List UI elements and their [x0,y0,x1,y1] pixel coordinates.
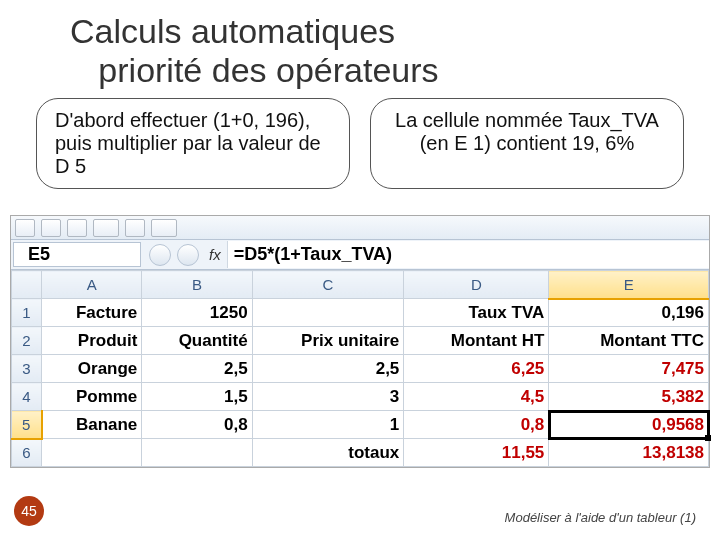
cell[interactable]: Prix unitaire [252,327,404,355]
col-header[interactable]: B [142,271,252,299]
toolbar-button[interactable] [151,219,177,237]
toolbar-button[interactable] [15,219,35,237]
cell[interactable]: 7,475 [549,355,709,383]
excel-toolbar [11,216,709,240]
formula-input[interactable]: =D5*(1+Taux_TVA) [227,241,709,268]
title-line-2: priorité des opérateurs [98,51,438,89]
cell[interactable]: 5,382 [549,383,709,411]
cell[interactable] [142,439,252,467]
cell[interactable]: 13,8138 [549,439,709,467]
cell[interactable]: 4,5 [404,383,549,411]
row-header[interactable]: 4 [12,383,42,411]
cell[interactable]: 0,8 [142,411,252,439]
cell[interactable]: Produit [42,327,142,355]
cell[interactable]: 1,5 [142,383,252,411]
col-header[interactable]: D [404,271,549,299]
cell[interactable] [42,439,142,467]
cell[interactable]: 11,55 [404,439,549,467]
row-header[interactable]: 6 [12,439,42,467]
cell[interactable]: Montant HT [404,327,549,355]
cell[interactable]: Taux TVA [404,299,549,327]
toolbar-button[interactable] [125,219,145,237]
excel-screenshot: E5 fx =D5*(1+Taux_TVA) A B C D E 1Factur… [10,215,710,468]
title-line-1: Calculs automatiques [70,12,395,50]
cell[interactable]: Facture [42,299,142,327]
callout-right-text: La cellule nommée Taux_TVA (en E 1) cont… [395,109,659,154]
cell[interactable]: 1 [252,411,404,439]
toolbar-button[interactable] [67,219,87,237]
col-header[interactable]: E [549,271,709,299]
toolbar-button[interactable] [93,219,119,237]
slide-title: Calculs automatiques priorité des opérat… [0,0,720,90]
cell[interactable]: Montant TTC [549,327,709,355]
cell[interactable]: Pomme [42,383,142,411]
cell[interactable]: 0,9568 [549,411,709,439]
select-all-corner[interactable] [12,271,42,299]
cell[interactable] [252,299,404,327]
callout-left-text: D'abord effectuer (1+0, 196), puis multi… [55,109,321,177]
slide-number-badge: 45 [14,496,44,526]
fx-icon[interactable]: fx [209,246,221,263]
cell[interactable]: Orange [42,355,142,383]
col-header[interactable]: A [42,271,142,299]
row-header[interactable]: 3 [12,355,42,383]
formula-bar: E5 fx =D5*(1+Taux_TVA) [11,240,709,270]
cell[interactable]: 6,25 [404,355,549,383]
cancel-icon[interactable] [149,244,171,266]
enter-icon[interactable] [177,244,199,266]
toolbar-button[interactable] [41,219,61,237]
cell[interactable]: 0,196 [549,299,709,327]
cell[interactable]: 3 [252,383,404,411]
name-box[interactable]: E5 [13,242,141,267]
row-header[interactable]: 1 [12,299,42,327]
spreadsheet-grid[interactable]: A B C D E 1Facture1250Taux TVA0,1962Prod… [11,270,709,467]
fx-area: fx =D5*(1+Taux_TVA) [141,240,709,269]
cell[interactable]: 0,8 [404,411,549,439]
cell[interactable]: totaux [252,439,404,467]
cell[interactable]: Banane [42,411,142,439]
footer-note: Modéliser à l'aide d'un tableur (1) [505,510,696,526]
row-header[interactable]: 2 [12,327,42,355]
cell[interactable]: Quantité [142,327,252,355]
cell[interactable]: 2,5 [142,355,252,383]
cell[interactable]: 1250 [142,299,252,327]
col-header[interactable]: C [252,271,404,299]
callout-right: La cellule nommée Taux_TVA (en E 1) cont… [370,98,684,189]
callout-left: D'abord effectuer (1+0, 196), puis multi… [36,98,350,189]
cell[interactable]: 2,5 [252,355,404,383]
row-header[interactable]: 5 [12,411,42,439]
